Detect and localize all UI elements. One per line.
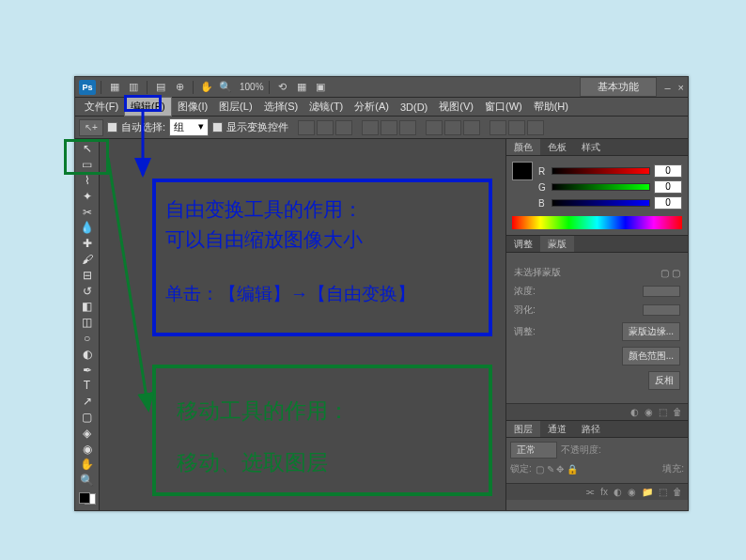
r-slider[interactable] (552, 167, 650, 175)
align-button[interactable] (399, 120, 416, 135)
footer-icon[interactable]: ◉ (645, 407, 653, 417)
workspace-selector[interactable]: 基本功能 (580, 77, 657, 97)
foreground-color[interactable] (512, 162, 533, 180)
annotation-text: 移动、选取图层 (177, 437, 468, 489)
menu-file[interactable]: 文件(F) (79, 98, 124, 116)
zoomlevel-icon[interactable]: 🔍 (217, 80, 234, 95)
menu-edit[interactable]: 编辑(E) (124, 97, 172, 117)
arrange-icon[interactable]: ▦ (293, 80, 310, 95)
autoselect-checkbox[interactable] (107, 122, 117, 132)
shape-tool[interactable]: ▢ (77, 411, 98, 425)
align-button[interactable] (298, 120, 315, 135)
align-button[interactable] (335, 120, 352, 135)
r-value[interactable]: 0 (654, 164, 682, 178)
screenmode-icon[interactable]: ▣ (312, 80, 329, 95)
menu-layer[interactable]: 图层(L) (213, 98, 257, 116)
hand-tool[interactable]: ✋ (77, 458, 98, 472)
menu-window[interactable]: 窗口(W) (479, 98, 528, 116)
extras-icon[interactable]: ▤ (152, 80, 169, 95)
b-value[interactable]: 0 (654, 196, 682, 210)
3d-tool[interactable]: ◈ (77, 426, 98, 440)
fx-icon[interactable]: fx (600, 487, 608, 497)
tab-mask[interactable]: 蒙版 (540, 236, 574, 252)
g-slider[interactable] (552, 183, 650, 191)
rotate-icon[interactable]: ⟲ (274, 80, 291, 95)
eyedropper-tool[interactable]: 💧 (77, 221, 98, 235)
menu-select[interactable]: 选择(S) (258, 98, 304, 116)
g-value[interactable]: 0 (654, 180, 682, 194)
tab-swatches[interactable]: 色板 (540, 139, 574, 155)
lock-label: 锁定: (510, 462, 532, 475)
gradient-tool[interactable]: ◫ (77, 316, 98, 330)
color-swatches[interactable] (79, 492, 96, 505)
footer-icon[interactable]: ⬚ (659, 407, 667, 417)
opacity-label: 不透明度: (561, 443, 601, 457)
show-transform-checkbox[interactable] (212, 122, 223, 132)
menu-view[interactable]: 视图(V) (433, 98, 479, 116)
type-tool[interactable]: T (77, 379, 98, 393)
hand-icon[interactable]: ✋ (198, 80, 215, 95)
distribute-button[interactable] (508, 120, 525, 135)
autoselect-dropdown[interactable]: 组▾ (169, 118, 209, 136)
stamp-tool[interactable]: ⊟ (77, 268, 98, 282)
mask-edge-button[interactable]: 蒙版边缘... (622, 322, 680, 341)
mask-icon[interactable]: ◐ (614, 487, 622, 497)
distribute-button[interactable] (463, 120, 480, 135)
tool-indicator[interactable]: ↖+ (79, 119, 103, 136)
tab-channels[interactable]: 通道 (540, 421, 574, 437)
autoselect-label: 自动选择: (121, 120, 165, 134)
distribute-button[interactable] (444, 120, 461, 135)
healing-tool[interactable]: ✚ (77, 237, 98, 251)
zoom-icon[interactable]: ⊕ (171, 80, 188, 95)
wand-tool[interactable]: ✦ (77, 189, 98, 203)
tab-adjustments[interactable]: 调整 (506, 236, 540, 252)
menu-analysis[interactable]: 分析(A) (349, 98, 395, 116)
distribute-button[interactable] (527, 120, 544, 135)
distribute-button[interactable] (490, 120, 506, 135)
invert-button[interactable]: 反相 (648, 371, 680, 390)
color-range-button[interactable]: 颜色范围... (622, 347, 680, 366)
zoom-tool[interactable]: 🔍 (77, 474, 98, 488)
minibridge-icon[interactable]: ▥ (125, 80, 142, 95)
density-field[interactable] (643, 286, 680, 297)
spectrum-bar[interactable] (512, 216, 682, 229)
blend-mode-select[interactable]: 正常 (510, 442, 557, 459)
eraser-tool[interactable]: ◧ (77, 300, 98, 314)
new-layer-icon[interactable]: ⬚ (659, 487, 667, 497)
blur-tool[interactable]: ○ (77, 332, 98, 346)
b-slider[interactable] (552, 199, 650, 207)
brush-tool[interactable]: 🖌 (77, 253, 98, 267)
minimize-button[interactable]: – (664, 82, 670, 93)
dodge-tool[interactable]: ◐ (77, 347, 98, 361)
link-icon[interactable]: ⫘ (585, 487, 595, 497)
menu-help[interactable]: 帮助(H) (528, 98, 574, 116)
distribute-button[interactable] (426, 120, 443, 135)
menu-filter[interactable]: 滤镜(T) (303, 98, 349, 116)
align-button[interactable] (381, 120, 397, 135)
trash-icon[interactable]: 🗑 (673, 407, 682, 417)
align-button[interactable] (362, 120, 379, 135)
tab-color[interactable]: 颜色 (506, 139, 540, 155)
history-brush-tool[interactable]: ↺ (77, 284, 98, 298)
tab-styles[interactable]: 样式 (574, 139, 608, 155)
3dcam-tool[interactable]: ◉ (77, 442, 98, 456)
adjustment-icon[interactable]: ◉ (628, 487, 636, 497)
lasso-tool[interactable]: ⌇ (77, 174, 98, 188)
footer-icon[interactable]: ◐ (630, 407, 639, 417)
tab-layers[interactable]: 图层 (506, 421, 540, 437)
bridge-icon[interactable]: ▦ (106, 80, 123, 95)
pen-tool[interactable]: ✒ (77, 363, 98, 377)
menu-image[interactable]: 图像(I) (172, 98, 213, 116)
tab-paths[interactable]: 路径 (574, 421, 608, 437)
close-button[interactable]: × (678, 82, 684, 93)
density-label: 浓度: (514, 285, 536, 298)
trash-icon[interactable]: 🗑 (673, 487, 682, 497)
menu-3d[interactable]: 3D(D) (395, 100, 433, 115)
feather-field[interactable] (643, 304, 680, 316)
no-mask-label: 未选择蒙版 (514, 266, 561, 279)
path-tool[interactable]: ↗ (77, 395, 98, 409)
align-button[interactable] (317, 120, 334, 135)
zoom-level[interactable]: 100% (240, 82, 264, 92)
folder-icon[interactable]: 📁 (642, 487, 653, 497)
crop-tool[interactable]: ✂ (77, 205, 98, 219)
